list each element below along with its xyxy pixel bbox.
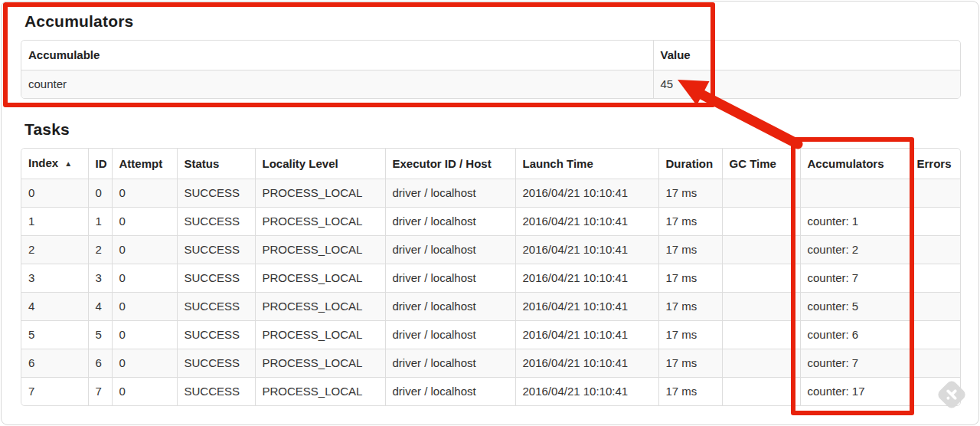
cell-locality-level: PROCESS_LOCAL <box>255 179 385 208</box>
table-row: 5 5 0 SUCCESS PROCESS_LOCAL driver / loc… <box>21 321 961 349</box>
cell-id: 3 <box>88 264 112 293</box>
table-row: 2 2 0 SUCCESS PROCESS_LOCAL driver / loc… <box>21 236 961 264</box>
cell-executor: driver / localhost <box>385 264 515 293</box>
cell-id: 4 <box>88 293 112 321</box>
column-header-status[interactable]: Status <box>177 149 255 179</box>
cell-executor: driver / localhost <box>385 293 515 321</box>
cell-status: SUCCESS <box>177 264 255 293</box>
cell-executor: driver / localhost <box>385 321 515 349</box>
cell-launch-time: 2016/04/21 10:10:41 <box>515 208 658 236</box>
cell-value: 45 <box>653 70 961 99</box>
table-row: 4 4 0 SUCCESS PROCESS_LOCAL driver / loc… <box>21 293 961 321</box>
cell-attempt: 0 <box>112 321 177 349</box>
table-row: counter 45 <box>21 70 961 99</box>
cell-attempt: 0 <box>112 179 177 208</box>
tasks-table-wrapper: Index▲ ID Attempt Status Locality Level … <box>21 148 961 406</box>
cell-errors <box>910 321 961 349</box>
table-row: 1 1 0 SUCCESS PROCESS_LOCAL driver / loc… <box>21 208 961 236</box>
column-header-accumulators[interactable]: Accumulators <box>800 149 910 179</box>
cell-id: 7 <box>88 378 112 406</box>
cell-locality-level: PROCESS_LOCAL <box>255 349 385 378</box>
cell-index: 5 <box>21 321 88 349</box>
column-header-id[interactable]: ID <box>88 149 112 179</box>
column-header-errors[interactable]: Errors <box>910 149 961 179</box>
cell-gc-time <box>722 378 800 406</box>
column-header-gc-time[interactable]: GC Time <box>722 149 800 179</box>
sort-ascending-icon: ▲ <box>64 159 72 168</box>
cell-gc-time <box>722 264 800 293</box>
cell-duration: 17 ms <box>658 321 722 349</box>
accumulators-table: Accumulable Value counter 45 <box>21 41 961 98</box>
cell-id: 5 <box>88 321 112 349</box>
cell-launch-time: 2016/04/21 10:10:41 <box>515 179 658 208</box>
table-row: 3 3 0 SUCCESS PROCESS_LOCAL driver / loc… <box>21 264 961 293</box>
cell-duration: 17 ms <box>658 179 722 208</box>
cell-status: SUCCESS <box>177 179 255 208</box>
cell-errors <box>910 293 961 321</box>
cell-duration: 17 ms <box>658 293 722 321</box>
column-header-accumulable[interactable]: Accumulable <box>21 41 653 70</box>
accumulators-table-body: counter 45 <box>21 70 961 99</box>
column-header-index[interactable]: Index▲ <box>21 149 88 179</box>
cell-locality-level: PROCESS_LOCAL <box>255 236 385 264</box>
cell-errors <box>910 264 961 293</box>
cell-gc-time <box>722 179 800 208</box>
cell-accumulators: counter: 6 <box>800 321 910 349</box>
cell-gc-time <box>722 349 800 378</box>
cell-attempt: 0 <box>112 264 177 293</box>
column-header-locality-level[interactable]: Locality Level <box>255 149 385 179</box>
cell-launch-time: 2016/04/21 10:10:41 <box>515 378 658 406</box>
cell-executor: driver / localhost <box>385 179 515 208</box>
column-header-duration[interactable]: Duration <box>658 149 722 179</box>
cell-duration: 17 ms <box>658 349 722 378</box>
cell-locality-level: PROCESS_LOCAL <box>255 208 385 236</box>
spark-ui-page: Accumulators Accumulable Value counter 4… <box>1 1 979 425</box>
tasks-table-body: 0 0 0 SUCCESS PROCESS_LOCAL driver / loc… <box>21 179 961 406</box>
cell-accumulable: counter <box>21 70 653 99</box>
cell-accumulators: counter: 5 <box>800 293 910 321</box>
cell-locality-level: PROCESS_LOCAL <box>255 321 385 349</box>
cell-duration: 17 ms <box>658 378 722 406</box>
cell-index: 2 <box>21 236 88 264</box>
cell-errors <box>910 236 961 264</box>
cell-executor: driver / localhost <box>385 208 515 236</box>
cell-status: SUCCESS <box>177 378 255 406</box>
cell-index: 6 <box>21 349 88 378</box>
cell-launch-time: 2016/04/21 10:10:41 <box>515 321 658 349</box>
accumulators-table-wrapper: Accumulable Value counter 45 <box>21 40 961 99</box>
column-header-attempt[interactable]: Attempt <box>112 149 177 179</box>
cell-status: SUCCESS <box>177 321 255 349</box>
cell-id: 1 <box>88 208 112 236</box>
cell-launch-time: 2016/04/21 10:10:41 <box>515 236 658 264</box>
cell-duration: 17 ms <box>658 264 722 293</box>
cell-launch-time: 2016/04/21 10:10:41 <box>515 293 658 321</box>
column-header-launch-time[interactable]: Launch Time <box>515 149 658 179</box>
column-header-value[interactable]: Value <box>653 41 961 70</box>
cell-attempt: 0 <box>112 378 177 406</box>
cell-executor: driver / localhost <box>385 236 515 264</box>
accumulators-heading: Accumulators <box>24 12 959 31</box>
cell-status: SUCCESS <box>177 208 255 236</box>
cell-index: 4 <box>21 293 88 321</box>
cell-locality-level: PROCESS_LOCAL <box>255 264 385 293</box>
cell-attempt: 0 <box>112 236 177 264</box>
cell-gc-time <box>722 293 800 321</box>
cell-accumulators: counter: 1 <box>800 208 910 236</box>
cell-index: 1 <box>21 208 88 236</box>
cell-attempt: 0 <box>112 208 177 236</box>
cell-accumulators: counter: 7 <box>800 264 910 293</box>
cell-status: SUCCESS <box>177 236 255 264</box>
cell-locality-level: PROCESS_LOCAL <box>255 378 385 406</box>
cell-accumulators: counter: 17 <box>800 378 910 406</box>
cell-id: 2 <box>88 236 112 264</box>
cell-status: SUCCESS <box>177 293 255 321</box>
cell-gc-time <box>722 208 800 236</box>
cell-duration: 17 ms <box>658 208 722 236</box>
table-row: 6 6 0 SUCCESS PROCESS_LOCAL driver / loc… <box>21 349 961 378</box>
cell-status: SUCCESS <box>177 349 255 378</box>
cell-index: 3 <box>21 264 88 293</box>
tasks-heading: Tasks <box>24 120 959 139</box>
cell-duration: 17 ms <box>658 236 722 264</box>
column-header-executor[interactable]: Executor ID / Host <box>385 149 515 179</box>
cell-index: 0 <box>21 179 88 208</box>
